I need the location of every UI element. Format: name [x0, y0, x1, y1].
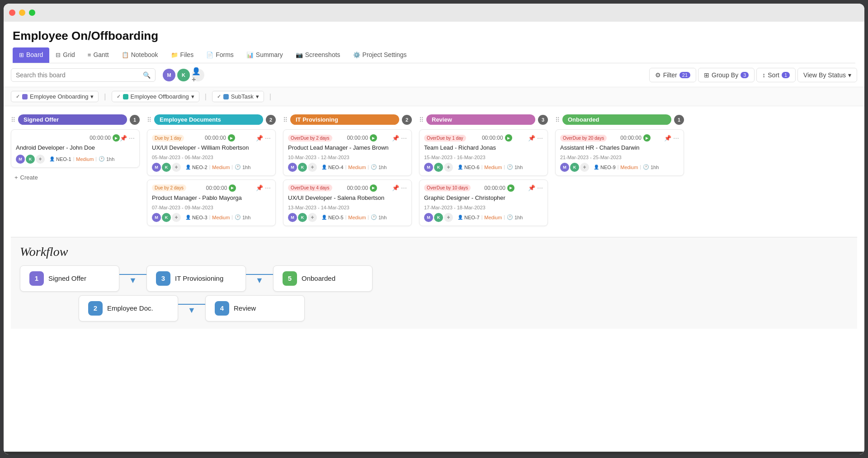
gantt-icon: ≡ — [88, 52, 91, 58]
column-count-signed-offer: 1 — [130, 115, 140, 125]
drag-handle[interactable]: ⠿ — [419, 116, 424, 123]
workflow-step-1: 1 — [29, 271, 44, 286]
card-icons: 📌 ⋯ — [256, 184, 271, 191]
avatar-m: M — [288, 213, 297, 222]
add-assignee-button[interactable]: + — [308, 163, 317, 172]
filter-button[interactable]: ⚙ Filter 21 — [649, 68, 696, 82]
tab-project-settings[interactable]: ⚙️ Project Settings — [347, 47, 413, 63]
add-assignee-button[interactable]: + — [36, 155, 45, 164]
offboarding-color-dot — [123, 94, 128, 99]
drag-handle[interactable]: ⠿ — [555, 116, 560, 123]
pin-icon[interactable]: 📌 — [392, 184, 399, 191]
more-icon[interactable]: ⋯ — [401, 184, 407, 191]
pin-icon[interactable]: 📌 — [664, 135, 671, 142]
card-android-developer: 00:00:00 ▶ 📌 ⋯ Android Developer - John … — [11, 129, 140, 168]
card-footer: M K + 👤 NEO-5 | Medium — [288, 213, 407, 222]
play-button[interactable]: ▶ — [228, 134, 235, 142]
more-icon[interactable]: ⋯ — [265, 184, 271, 191]
column-header-signed-offer: ⠿ Signed Offer 1 — [11, 113, 140, 126]
time-tag: 🕐 1hh — [99, 156, 114, 162]
card-top: OverDue by 10 days 00:00:00 ▶ 📌 ⋯ — [424, 184, 543, 192]
workflow-label-3: IT Proviosioning — [175, 274, 223, 282]
close-button[interactable] — [9, 9, 15, 16]
card-icons: 📌 ⋯ — [120, 135, 135, 142]
neo-tag: 👤 NEO-7 — [458, 215, 480, 220]
add-assignee-button[interactable]: + — [308, 213, 317, 222]
add-member-button[interactable]: 👤+ — [192, 69, 204, 81]
divider2: | — [368, 215, 369, 220]
avatar-m: M — [288, 163, 297, 172]
view-by-status-button[interactable]: View By Status ▾ — [797, 68, 857, 82]
drag-handle[interactable]: ⠿ — [147, 116, 151, 123]
add-assignee-button[interactable]: + — [444, 163, 453, 172]
filter-chip-offboarding[interactable]: ✓ Employee Offboarding ▾ — [112, 91, 199, 102]
column-header-onboarded: ⠿ Onboarded 1 — [555, 113, 684, 126]
search-input[interactable] — [16, 71, 139, 79]
more-icon[interactable]: ⋯ — [537, 135, 543, 142]
tab-gantt[interactable]: ≡ Gantt — [81, 47, 115, 63]
search-icon: 🔍 — [143, 71, 151, 79]
search-box[interactable]: 🔍 — [11, 68, 156, 82]
play-button[interactable]: ▶ — [643, 134, 651, 142]
tab-summary[interactable]: 📊 Summary — [240, 47, 289, 63]
play-button[interactable]: ▶ — [370, 134, 377, 142]
add-assignee-button[interactable]: + — [172, 213, 181, 222]
card-dates: 07-Mar-2023 - 09-Mar-2023 — [152, 205, 271, 210]
minimize-button[interactable] — [19, 9, 25, 16]
tab-screenshots[interactable]: 📷 Screenshots — [289, 47, 347, 63]
maximize-button[interactable] — [29, 9, 35, 16]
play-button[interactable]: ▶ — [229, 184, 236, 192]
tab-files[interactable]: 📁 Files — [165, 47, 200, 63]
filter-chip-subtask[interactable]: ✓ SubTask ▾ — [212, 91, 264, 102]
column-label-it-provisioning: IT Provisioning — [290, 114, 399, 125]
plus-icon: + — [14, 174, 18, 181]
create-button[interactable]: + Create — [11, 171, 140, 184]
play-button[interactable]: ▶ — [505, 134, 512, 142]
pin-icon[interactable]: 📌 — [256, 135, 263, 142]
add-assignee-button[interactable]: + — [580, 163, 589, 172]
add-assignee-button[interactable]: + — [172, 163, 181, 172]
card-top: OverDue by 20 days 00:00:00 ▶ 📌 ⋯ — [560, 134, 679, 142]
filter-chip-onboarding[interactable]: ✓ Employee Onboarding ▾ — [11, 91, 99, 102]
due-badge: Due by 1 day — [152, 135, 184, 142]
more-icon[interactable]: ⋯ — [129, 135, 135, 142]
card-meta: 👤 NEO-5 | Medium | 🕐 1hh — [321, 214, 407, 220]
card-dates: 13-Mar-2023 - 14-Mar-2023 — [288, 205, 407, 210]
drag-handle[interactable]: ⠿ — [283, 116, 288, 123]
more-icon[interactable]: ⋯ — [673, 135, 679, 142]
pin-icon[interactable]: 📌 — [256, 184, 263, 191]
more-icon[interactable]: ⋯ — [265, 135, 271, 142]
play-button[interactable]: ▶ — [507, 184, 514, 192]
card-top: Due by 1 day 00:00:00 ▶ 📌 ⋯ — [152, 134, 271, 142]
group-by-button[interactable]: ⊞ Group By 3 — [698, 68, 755, 82]
play-button[interactable]: ▶ — [113, 134, 120, 142]
card-meta: 👤 NEO-2 | Medium | 🕐 1hh — [185, 164, 271, 170]
workflow-step-2: 2 — [88, 301, 103, 316]
tab-notebook[interactable]: 📋 Notebook — [115, 47, 165, 63]
priority-tag: Medium — [484, 165, 502, 170]
avatar-k: K — [298, 163, 307, 172]
divider2: | — [231, 215, 233, 220]
neo-tag: 👤 NEO-5 — [321, 215, 344, 220]
avatar-k: K — [162, 163, 171, 172]
tab-grid[interactable]: ⊟ Grid — [49, 47, 81, 63]
add-assignee-button[interactable]: + — [444, 213, 453, 222]
tab-board[interactable]: ⊞ Board — [13, 47, 49, 63]
more-icon[interactable]: ⋯ — [401, 135, 407, 142]
pin-icon[interactable]: 📌 — [120, 135, 127, 142]
subtask-color-dot — [223, 94, 229, 99]
user-icon: 👤 — [185, 215, 191, 220]
divider: | — [345, 215, 347, 220]
pin-icon[interactable]: 📌 — [528, 184, 535, 191]
tab-forms[interactable]: 📄 Forms — [200, 47, 240, 63]
divider2: | — [640, 165, 641, 170]
drag-handle[interactable]: ⠿ — [11, 116, 15, 123]
pin-icon[interactable]: 📌 — [528, 135, 535, 142]
pin-icon[interactable]: 📌 — [392, 135, 399, 142]
column-onboarded: ⠿ Onboarded 1 OverDue by 20 days 00:00:0… — [555, 113, 684, 176]
more-icon[interactable]: ⋯ — [537, 184, 543, 191]
card-meta: 👤 NEO-9 | Medium | 🕐 1hh — [594, 164, 679, 170]
workflow-node-5: 5 Onboarded — [273, 265, 373, 292]
play-button[interactable]: ▶ — [370, 184, 377, 192]
sort-button[interactable]: ↕ Sort 1 — [756, 68, 796, 82]
